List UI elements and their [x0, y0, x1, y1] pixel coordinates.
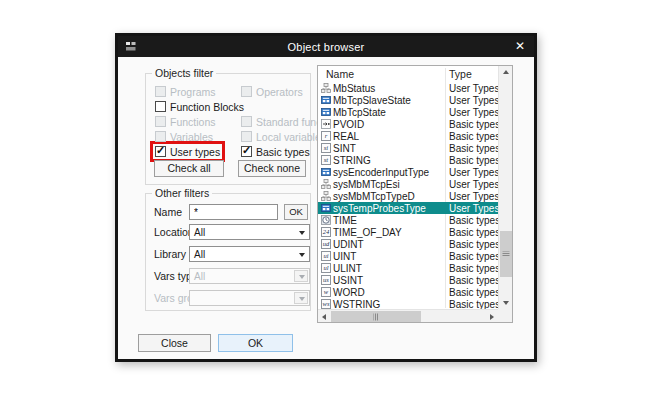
- dialog-content: Objects filter ProgramsOperatorsFunction…: [118, 57, 534, 359]
- list-item-time[interactable]: TIMEBasic types: [318, 214, 498, 226]
- list-header: Name Type: [318, 66, 512, 82]
- item-type: User Types: [449, 95, 498, 106]
- checkbox-basic-types[interactable]: ✓Basic types: [239, 144, 312, 159]
- checkbox-label: Functions: [170, 116, 216, 128]
- checkbox-function-blocks[interactable]: Function Blocks: [153, 99, 246, 114]
- name-filter-input[interactable]: [189, 204, 278, 220]
- ok-button[interactable]: OK: [218, 334, 293, 352]
- item-name: sysEncoderInputType: [333, 167, 429, 178]
- scroll-down-button[interactable]: [499, 297, 513, 309]
- item-name: sysMbMTcpEsi: [333, 179, 400, 190]
- combo-library[interactable]: All: [189, 246, 310, 262]
- combo-label-library: Library: [154, 248, 186, 260]
- chevron-down-icon: [299, 297, 305, 301]
- objects-filter-checkboxes: ProgramsOperatorsFunction BlocksFunction…: [153, 84, 306, 159]
- list-rows: MbStatusUser TypesMbTcpSlaveStateUser Ty…: [318, 82, 498, 309]
- item-type: Basic types: [449, 299, 498, 310]
- list-item-sysmbmtcptyped[interactable]: sysMbMTcpTypeDUser Types: [318, 190, 498, 202]
- list-item-time_of_day[interactable]: 24TIME_OF_DAYBasic types: [318, 226, 498, 238]
- type-list: Name Type MbStatusUser TypesMbTcpSlaveSt…: [317, 65, 513, 323]
- struct-blue-icon: [321, 107, 331, 117]
- type-badge-icon: us: [321, 275, 331, 285]
- vertical-scroll-thumb[interactable]: [500, 231, 512, 277]
- list-item-mbstatus[interactable]: MbStatusUser Types: [318, 82, 498, 94]
- struct-gray-icon: [321, 191, 331, 201]
- item-name: sysTempProbesType: [333, 203, 426, 214]
- checkbox-variables: Variables: [153, 129, 215, 144]
- checkbox-box[interactable]: ✓: [241, 146, 252, 157]
- check-none-button[interactable]: Check none: [238, 160, 306, 177]
- item-type: User Types: [449, 107, 498, 118]
- list-item-pvoid[interactable]: PVOIDBasic types: [318, 118, 498, 130]
- horizontal-scrollbar[interactable]: [318, 309, 498, 322]
- title-bar: Object browser ✕: [118, 36, 534, 57]
- check-mark-icon: ✓: [242, 144, 251, 157]
- combo-value: All: [194, 249, 205, 260]
- chevron-down-icon: [299, 231, 305, 235]
- scroll-right-icon: [490, 314, 494, 320]
- list-item-mbtcpslavestate[interactable]: MbTcpSlaveStateUser Types: [318, 94, 498, 106]
- list-item-sysencoderinputtype[interactable]: sysEncoderInputTypeUser Types: [318, 166, 498, 178]
- combo-vars-group: [189, 290, 310, 306]
- thumb-grip: [374, 313, 379, 320]
- badge-text: si: [321, 143, 331, 153]
- type-badge-icon: ui: [321, 251, 331, 261]
- checkbox-box: [155, 86, 166, 97]
- list-item-ulint[interactable]: ulULINTBasic types: [318, 262, 498, 274]
- vertical-scrollbar[interactable]: [498, 66, 512, 309]
- close-button[interactable]: Close: [138, 334, 211, 352]
- list-item-mbtcpstate[interactable]: MbTcpStateUser Types: [318, 106, 498, 118]
- type-badge-icon: st: [321, 155, 331, 165]
- checkbox-box[interactable]: ✓: [155, 146, 166, 157]
- list-item-udint[interactable]: udUDINTBasic types: [318, 238, 498, 250]
- checkbox-box[interactable]: [155, 101, 166, 112]
- horizontal-scroll-thumb[interactable]: [331, 311, 421, 322]
- item-type: User Types: [449, 191, 498, 202]
- struct-gray-icon: [321, 83, 331, 93]
- list-item-sint[interactable]: siSINTBasic types: [318, 142, 498, 154]
- name-label: Name: [154, 206, 182, 218]
- checkbox-functions: Functions: [153, 114, 218, 129]
- item-name: PVOID: [333, 119, 364, 130]
- list-item-sysmbmtcpesi[interactable]: sysMbMTcpEsiUser Types: [318, 178, 498, 190]
- other-filters-title: Other filters: [152, 187, 212, 199]
- type-badge-icon: ws: [321, 299, 331, 309]
- checkbox-label: Programs: [170, 86, 216, 98]
- checkbox-programs: Programs: [153, 84, 218, 99]
- list-item-string[interactable]: stSTRINGBasic types: [318, 154, 498, 166]
- list-item-uint[interactable]: uiUINTBasic types: [318, 250, 498, 262]
- scroll-up-button[interactable]: [499, 66, 513, 78]
- struct-blue-icon: [321, 203, 331, 213]
- type-badge-icon: ul: [321, 263, 331, 273]
- close-icon[interactable]: ✕: [515, 38, 525, 55]
- column-header-type[interactable]: Type: [449, 68, 472, 80]
- checkbox-box: [155, 116, 166, 127]
- type-badge-icon: r: [321, 131, 331, 141]
- check-all-button[interactable]: Check all: [154, 160, 224, 177]
- item-name: UINT: [333, 251, 356, 262]
- objects-filter-title: Objects filter: [152, 67, 216, 79]
- list-item-systempprobestype[interactable]: sysTempProbesTypeUser Types: [318, 202, 498, 214]
- item-type: User Types: [449, 167, 498, 178]
- list-item-real[interactable]: rREALBasic types: [318, 130, 498, 142]
- badge-text: ud: [321, 239, 331, 249]
- scroll-up-icon: [503, 70, 509, 74]
- badge-text: st: [321, 155, 331, 165]
- item-type: User Types: [449, 203, 498, 214]
- checkbox-user-types[interactable]: ✓User types: [153, 144, 222, 159]
- checkbox-operators: Operators: [239, 84, 305, 99]
- combo-location[interactable]: All: [189, 224, 310, 240]
- list-item-usint[interactable]: usUSINTBasic types: [318, 274, 498, 286]
- checkbox-box: [241, 116, 252, 127]
- item-type: Basic types: [449, 251, 498, 262]
- item-name: ULINT: [333, 263, 362, 274]
- scroll-left-button[interactable]: [318, 310, 330, 323]
- item-type: Basic types: [449, 131, 498, 142]
- column-header-name[interactable]: Name: [326, 68, 354, 80]
- scroll-right-button[interactable]: [486, 310, 498, 323]
- list-item-wstring[interactable]: wsWSTRINGBasic types: [318, 298, 498, 309]
- list-item-word[interactable]: wWORDBasic types: [318, 286, 498, 298]
- chevron-down-icon: [299, 253, 305, 257]
- name-filter-ok-button[interactable]: OK: [284, 204, 308, 220]
- item-name: REAL: [333, 131, 359, 142]
